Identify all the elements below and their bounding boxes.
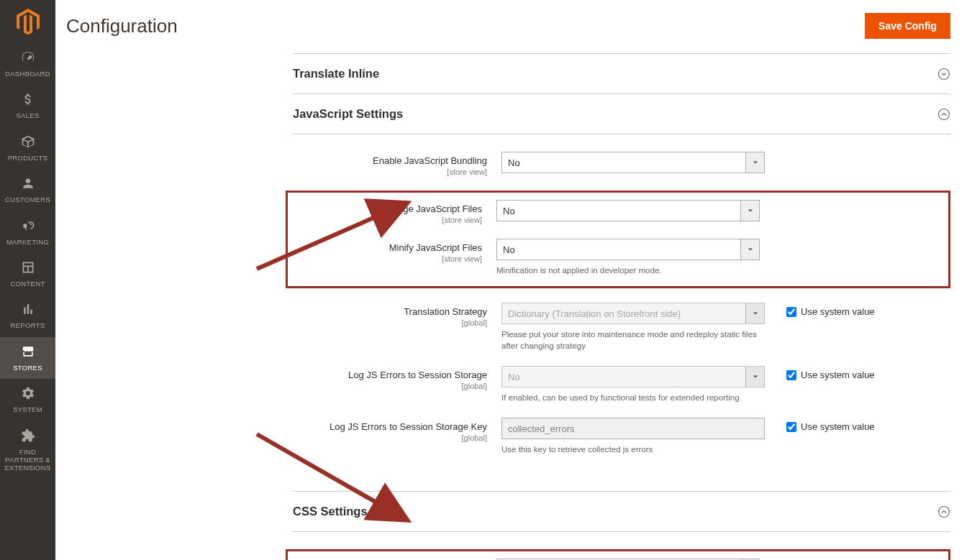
sidebar-label: FIND PARTNERS & EXTENSIONS [3,448,53,472]
field-label: Log JS Errors to Session Storage [348,369,487,380]
sidebar-label: MARKETING [6,238,49,246]
dollar-icon [21,92,35,109]
puzzle-icon [21,428,35,445]
field-label: Enable JavaScript Bundling [373,155,487,166]
minify-js-files-select[interactable]: No [496,239,760,260]
chevron-up-icon [937,505,950,518]
translation-strategy-select: Dictionary (Translation on Storefront si… [501,303,765,324]
field-scope: [store view] [293,167,487,176]
chevron-down-icon [937,68,950,81]
field-label: Translation Strategy [404,306,487,317]
css-highlight-box: Merge CSS Files [store view] No Min [286,549,950,560]
sidebar-item-dashboard[interactable]: DASHBOARD [0,43,55,85]
use-system-value-checkbox[interactable] [786,307,796,317]
log-js-errors-select: No [501,366,765,387]
log-js-key-input [501,418,765,439]
use-system-label[interactable]: Use system value [801,369,875,380]
field-scope: [global] [293,433,487,442]
field-log-js-errors: Log JS Errors to Session Storage [global… [293,366,950,403]
field-note: Minification is not applied in developer… [496,265,760,276]
field-scope: [global] [293,382,487,390]
admin-sidebar: DASHBOARD SALES PRODUCTS CUSTOMERS MARKE… [0,0,55,560]
use-system-checkbox-row: Use system value [786,369,875,380]
field-minify-js-files: Minify JavaScript Files [store view] No … [288,239,927,276]
field-note: Please put your store into maintenance m… [501,329,765,352]
section-translate-inline[interactable]: Translate Inline [293,54,950,94]
store-icon [21,344,35,361]
page-header: Configuration Save Config [55,0,972,46]
sidebar-item-customers[interactable]: CUSTOMERS [0,169,55,211]
sidebar-item-sales[interactable]: SALES [0,85,55,127]
use-system-value-checkbox[interactable] [786,370,796,380]
svg-point-1 [939,109,950,119]
field-log-js-key: Log JS Errors to Session Storage Key [gl… [293,418,950,455]
box-icon [21,134,35,151]
section-title: Translate Inline [293,67,379,81]
section-title: JavaScript Settings [293,107,403,121]
save-config-button[interactable]: Save Config [865,13,950,39]
sidebar-item-stores[interactable]: STORES [0,337,55,379]
sidebar-item-content[interactable]: CONTENT [0,253,55,295]
page-title: Configuration [66,15,178,37]
js-settings-body: Enable JavaScript Bundling [store view] … [293,134,950,477]
bars-icon [21,302,35,318]
svg-point-0 [939,68,950,79]
field-merge-js-files: Merge JavaScript Files [store view] No [288,200,927,224]
field-label: Merge JavaScript Files [387,203,482,214]
field-enable-js-bundling: Enable JavaScript Bundling [store view] … [293,152,950,176]
sidebar-label: CUSTOMERS [5,196,50,203]
section-css-settings[interactable]: CSS Settings [293,492,950,532]
css-settings-body: Merge CSS Files [store view] No Min [293,532,950,560]
config-content: Translate Inline JavaScript Settings Ena… [55,46,972,560]
field-note: If enabled, can be used by functional te… [501,392,765,403]
use-system-label[interactable]: Use system value [801,306,875,317]
use-system-label[interactable]: Use system value [801,421,875,432]
dashboard-icon [21,50,35,67]
section-title: CSS Settings [293,505,368,518]
field-scope: [store view] [288,216,482,224]
field-label: Log JS Errors to Session Storage Key [330,421,487,432]
field-label: Minify JavaScript Files [389,242,482,253]
sidebar-label: PRODUCTS [8,154,48,162]
sidebar-item-system[interactable]: SYSTEM [0,379,55,421]
sidebar-label: STORES [13,364,42,372]
use-system-checkbox-row: Use system value [786,306,875,317]
field-scope: [store view] [288,254,482,263]
use-system-checkbox-row: Use system value [786,421,875,432]
sidebar-label: DASHBOARD [5,70,50,78]
gear-icon [21,386,35,403]
sidebar-item-products[interactable]: PRODUCTS [0,127,55,169]
sidebar-label: CONTENT [10,280,45,288]
field-translation-strategy: Translation Strategy [global] Dictionary… [293,303,950,352]
merge-js-files-select[interactable]: No [496,200,760,221]
field-note: Use this key to retrieve collected js er… [501,444,765,455]
enable-js-bundling-select[interactable]: No [501,152,765,173]
field-scope: [global] [293,318,487,327]
layout-icon [21,260,35,277]
sidebar-label: SALES [16,111,39,119]
sidebar-item-find-partners[interactable]: FIND PARTNERS & EXTENSIONS [0,421,55,479]
person-icon [21,176,35,193]
megaphone-icon [21,219,35,235]
sidebar-label: REPORTS [11,321,45,329]
use-system-value-checkbox[interactable] [786,422,796,432]
sidebar-item-marketing[interactable]: MARKETING [0,211,55,253]
main-content: Configuration Save Config Translate Inli… [55,0,972,560]
js-highlight-box: Merge JavaScript Files [store view] No [286,191,950,288]
magento-logo[interactable] [0,0,55,43]
sidebar-item-reports[interactable]: REPORTS [0,295,55,336]
sidebar-label: SYSTEM [13,405,42,413]
section-js-settings[interactable]: JavaScript Settings [293,94,950,134]
svg-point-2 [939,506,950,517]
chevron-up-icon [937,108,950,121]
